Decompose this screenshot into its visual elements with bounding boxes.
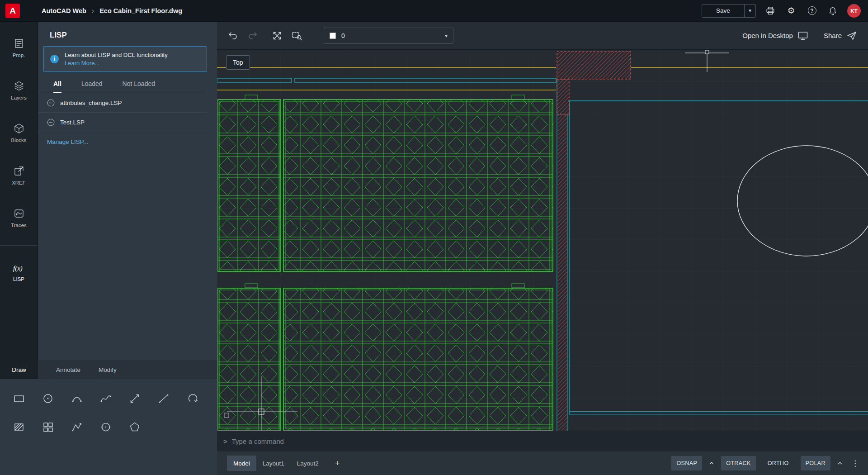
hatch-tool-button[interactable] [12, 420, 26, 434]
drafting-toggles: OSNAP OTRACK ORTHO POLAR ⋮ [671, 456, 861, 470]
settings-button[interactable]: ⚙ [785, 5, 797, 17]
tool-row [12, 420, 217, 434]
revision-cloud-tool-button[interactable] [186, 392, 199, 405]
sidebar-item-blocks[interactable]: Blocks [0, 111, 38, 154]
help-icon: ? [808, 6, 816, 15]
polar-options-caret[interactable] [837, 461, 843, 465]
save-button[interactable]: Save [702, 4, 744, 18]
command-bar: > [217, 431, 868, 451]
ribbon-tabs: Draw Annotate Modify [0, 360, 217, 379]
lisp-filter-tabs: All Loaded Not Loaded [38, 75, 207, 93]
desktop-monitor-icon [797, 30, 808, 41]
redo-icon [247, 30, 258, 41]
breadcrumb-app-name[interactable]: AutoCAD Web [42, 7, 86, 14]
sidebar-item-label: XREF [12, 180, 26, 185]
sidebar-item-properties[interactable]: Prop. [0, 26, 38, 69]
svg-text:f(x): f(x) [13, 265, 23, 272]
sidebar-item-traces[interactable]: Traces [0, 196, 38, 239]
polygon-tool-button[interactable] [128, 420, 142, 434]
canvas-toolbar-right: Open in Desktop Share [742, 30, 857, 41]
help-button[interactable]: ? [806, 5, 818, 17]
osnap-toggle[interactable]: OSNAP [671, 456, 702, 470]
lisp-file-row[interactable]: attributes_change.LSP [38, 93, 207, 113]
sidebar-item-label: LISP [13, 276, 24, 282]
tab-draw[interactable]: Draw [0, 360, 38, 379]
cad-drawing[interactable] [217, 50, 868, 451]
add-layout-button[interactable]: + [335, 459, 340, 468]
avatar-initials: KT [850, 8, 857, 14]
osnap-options-caret[interactable] [709, 461, 714, 465]
arc-tool-button[interactable] [70, 392, 84, 405]
undo-icon [227, 30, 238, 41]
sidebar-item-lisp[interactable]: f(x) LISP [0, 251, 38, 294]
redo-button[interactable] [246, 29, 259, 43]
polyline-tool-button[interactable] [70, 420, 84, 434]
layers-icon [13, 80, 25, 92]
left-rail: Prop. Layers Blocks XREF [0, 22, 38, 360]
top-bar: A AutoCAD Web › Eco Cabin_First Floor.dw… [0, 0, 868, 22]
avatar[interactable]: KT [847, 4, 861, 18]
share-button[interactable]: Share [824, 30, 857, 41]
open-in-desktop-button[interactable]: Open in Desktop [742, 30, 808, 41]
otrack-toggle[interactable]: OTRACK [721, 456, 756, 470]
command-input[interactable] [232, 437, 868, 445]
array-tool-button[interactable] [41, 420, 55, 434]
ellipse-icon [100, 421, 112, 433]
printer-icon [765, 6, 775, 16]
notifications-button[interactable] [826, 5, 839, 17]
info-icon: i [50, 55, 59, 63]
bell-icon [828, 6, 838, 16]
rectangle-tool-button[interactable] [12, 392, 26, 405]
zoom-window-icon [291, 30, 303, 42]
info-banner-message: Learn about LISP and DCL functionality [65, 52, 168, 58]
ellipse-tool-button[interactable] [99, 420, 113, 434]
breadcrumb: AutoCAD Web › Eco Cabin_First Floor.dwg [42, 7, 182, 15]
zoom-window-button[interactable] [290, 29, 304, 43]
undo-button[interactable] [226, 29, 240, 43]
topbar-actions: Save ▾ ⚙ ? KT [702, 4, 868, 18]
array-icon [42, 421, 54, 433]
lisp-file-name: attributes_change.LSP [60, 100, 122, 106]
tab-all[interactable]: All [53, 80, 61, 93]
breadcrumb-file-name: Eco Cabin_First Floor.dwg [99, 7, 182, 14]
sidebar-item-xref[interactable]: XREF [0, 154, 38, 196]
tab-loaded[interactable]: Loaded [81, 80, 103, 93]
rail-group-panels: Prop. Layers Blocks XREF [0, 22, 38, 246]
lisp-info-banner: i Learn about LISP and DCL functionality… [43, 46, 207, 72]
breadcrumb-separator-icon: › [92, 7, 94, 15]
logo-letter: A [9, 6, 16, 16]
tool-row [12, 392, 217, 405]
tab-model[interactable]: Model [227, 456, 256, 471]
polyline-icon [71, 421, 83, 433]
canvas-area: 0 ▾ Open in Desktop Share [217, 22, 868, 475]
tab-annotate[interactable]: Annotate [47, 360, 90, 379]
construction-line-tool-button[interactable] [128, 392, 142, 405]
tab-layout2[interactable]: Layout2 [291, 456, 325, 471]
spline-tool-button[interactable] [99, 392, 113, 405]
tab-not-loaded[interactable]: Not Loaded [123, 80, 155, 93]
layer-dropdown[interactable]: 0 ▾ [324, 28, 453, 44]
lisp-file-row[interactable]: Test.LSP [38, 113, 207, 132]
zoom-extents-button[interactable] [270, 29, 284, 43]
floor-grid-panels[interactable] [218, 95, 553, 431]
tab-layout1[interactable]: Layout1 [256, 456, 291, 471]
polar-toggle[interactable]: POLAR [801, 456, 830, 470]
save-dropdown-caret[interactable]: ▾ [744, 4, 756, 18]
status-overflow-menu[interactable]: ⋮ [849, 459, 861, 468]
circle-tool-button[interactable] [41, 392, 55, 405]
chevron-up-icon [837, 461, 843, 465]
autocad-logo[interactable]: A [5, 4, 20, 18]
tab-modify[interactable]: Modify [90, 360, 126, 379]
view-cube-label[interactable]: Top [226, 55, 250, 70]
print-button[interactable] [764, 5, 777, 17]
lisp-fx-icon: f(x) [11, 263, 27, 273]
rectangle-icon [13, 393, 25, 404]
line-tool-button[interactable] [157, 392, 170, 405]
learn-more-link[interactable]: Learn More... [65, 60, 168, 66]
lisp-panel: LISP i Learn about LISP and DCL function… [38, 22, 217, 360]
ortho-toggle[interactable]: ORTHO [763, 456, 794, 470]
construction-line-icon [129, 393, 141, 404]
manage-lisp-link[interactable]: Manage LISP... [38, 132, 88, 145]
polygon-icon [129, 421, 141, 433]
sidebar-item-layers[interactable]: Layers [0, 69, 38, 111]
